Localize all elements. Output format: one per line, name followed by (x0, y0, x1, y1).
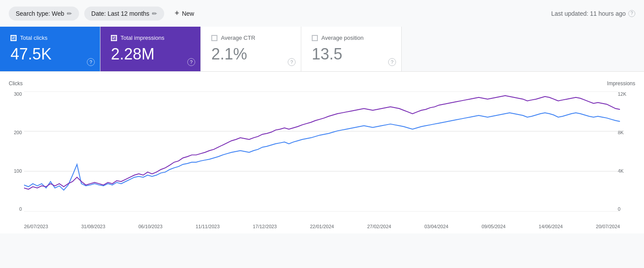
new-button[interactable]: + New (169, 5, 200, 21)
last-updated: Last updated: 11 hours ago ? (551, 10, 635, 17)
x-label-2: 06/10/2023 (138, 224, 162, 229)
left-y-axis: 300 200 100 0 (9, 91, 22, 212)
total-clicks-label: ✓ Total clicks (10, 35, 90, 41)
clicks-help-icon[interactable]: ? (87, 58, 95, 66)
average-position-value: 13.5 (312, 45, 391, 63)
x-label-5: 22/01/2024 (310, 224, 334, 229)
help-icon-top: ? (628, 10, 635, 17)
metric-average-ctr[interactable]: Average CTR 2.1% ? (201, 27, 301, 71)
chart-svg-wrapper (24, 91, 620, 212)
average-ctr-label: Average CTR (211, 35, 290, 41)
chart-svg (24, 91, 620, 212)
left-y-200: 200 (14, 130, 22, 135)
metric-total-clicks[interactable]: ✓ Total clicks 47.5K ? (0, 27, 100, 71)
date-filter[interactable]: Date: Last 12 months ✏ (84, 7, 164, 21)
x-axis-labels: 26/07/2023 31/08/2023 06/10/2023 11/11/2… (24, 224, 620, 229)
average-position-label: Average position (312, 35, 391, 41)
metric-average-position[interactable]: Average position 13.5 ? (301, 27, 402, 71)
top-bar: Search type: Web ✏ Date: Last 12 months … (0, 0, 644, 27)
x-label-3: 11/11/2023 (196, 224, 220, 229)
average-ctr-value: 2.1% (211, 45, 290, 63)
date-label: Date: Last 12 months (91, 10, 149, 17)
x-label-1: 31/08/2023 (81, 224, 105, 229)
x-label-7: 03/04/2024 (424, 224, 448, 229)
search-type-filter[interactable]: Search type: Web ✏ (9, 7, 79, 21)
edit-icon: ✏ (67, 10, 72, 17)
left-y-300: 300 (14, 91, 22, 97)
clicks-checkbox[interactable]: ✓ (10, 35, 17, 41)
x-label-10: 20/07/2024 (596, 224, 620, 229)
x-label-0: 26/07/2023 (24, 224, 48, 229)
chart-container: Clicks Impressions 300 200 100 0 12K 8K … (0, 72, 644, 233)
left-axis-title: Clicks (9, 80, 23, 87)
impressions-checkbox[interactable]: ✓ (111, 35, 117, 41)
last-updated-text: Last updated: 11 hours ago (551, 10, 626, 17)
x-label-4: 17/12/2023 (253, 224, 277, 229)
total-clicks-value: 47.5K (10, 45, 90, 63)
edit-icon-date: ✏ (152, 10, 157, 17)
x-label-9: 14/06/2024 (539, 224, 563, 229)
left-y-100: 100 (14, 168, 22, 174)
x-label-8: 09/05/2024 (482, 224, 506, 229)
new-label: New (182, 10, 194, 17)
position-checkbox[interactable] (312, 35, 318, 41)
plus-icon: + (175, 9, 179, 18)
total-impressions-label: ✓ Total impressions (111, 35, 190, 41)
right-axis-title: Impressions (607, 80, 635, 87)
metric-total-impressions[interactable]: ✓ Total impressions 2.28M ? (100, 27, 201, 71)
x-label-6: 27/02/2024 (367, 224, 391, 229)
ctr-checkbox[interactable] (211, 35, 217, 41)
total-impressions-value: 2.28M (111, 45, 190, 63)
search-type-label: Search type: Web (16, 10, 64, 17)
right-y-axis: 12K 8K 4K 0 (618, 91, 635, 212)
position-help-icon[interactable]: ? (388, 58, 396, 66)
metrics-row: ✓ Total clicks 47.5K ? ✓ Total impressio… (0, 27, 644, 72)
ctr-help-icon[interactable]: ? (288, 58, 296, 66)
impressions-help-icon[interactable]: ? (187, 58, 195, 66)
left-y-0: 0 (19, 206, 22, 212)
